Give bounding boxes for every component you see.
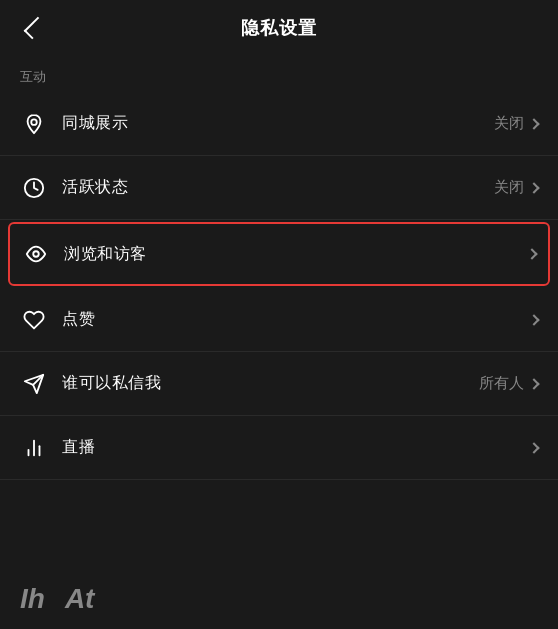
active-value: 关闭 (494, 178, 524, 197)
menu-item-message[interactable]: 谁可以私信我 所有人 (0, 352, 558, 416)
message-value: 所有人 (479, 374, 524, 393)
like-icon (20, 306, 48, 334)
live-icon (20, 434, 48, 462)
chevron-right-icon (528, 378, 539, 389)
page-title: 隐私设置 (241, 16, 317, 40)
chevron-right-icon (528, 442, 539, 453)
browse-icon (22, 240, 50, 268)
back-button[interactable] (16, 12, 48, 44)
like-text: 点赞 (62, 309, 530, 330)
menu-item-active[interactable]: 活跃状态 关闭 (0, 156, 558, 220)
chevron-right-icon (528, 182, 539, 193)
message-icon (20, 370, 48, 398)
tongcheng-text: 同城展示 (62, 113, 494, 134)
message-text: 谁可以私信我 (62, 373, 479, 394)
menu-item-live[interactable]: 直播 (0, 416, 558, 480)
chevron-right-icon (528, 314, 539, 325)
menu-item-browse[interactable]: 浏览和访客 (8, 222, 550, 286)
active-text: 活跃状态 (62, 177, 494, 198)
location-icon (20, 110, 48, 138)
svg-point-0 (31, 119, 37, 125)
active-status-icon (20, 174, 48, 202)
chevron-right-icon (526, 248, 537, 259)
bottom-text-2: At (65, 583, 95, 615)
menu-item-like[interactable]: 点赞 (0, 288, 558, 352)
bottom-bar: Ih At (0, 569, 558, 629)
bottom-text-1: Ih (20, 583, 45, 615)
svg-point-2 (33, 251, 39, 257)
browse-text: 浏览和访客 (64, 244, 528, 265)
menu-item-tongcheng[interactable]: 同城展示 关闭 (0, 92, 558, 156)
section-label: 互动 (0, 56, 558, 92)
tongcheng-value: 关闭 (494, 114, 524, 133)
chevron-right-icon (528, 118, 539, 129)
back-chevron-icon (24, 17, 47, 40)
live-text: 直播 (62, 437, 530, 458)
header: 隐私设置 (0, 0, 558, 56)
